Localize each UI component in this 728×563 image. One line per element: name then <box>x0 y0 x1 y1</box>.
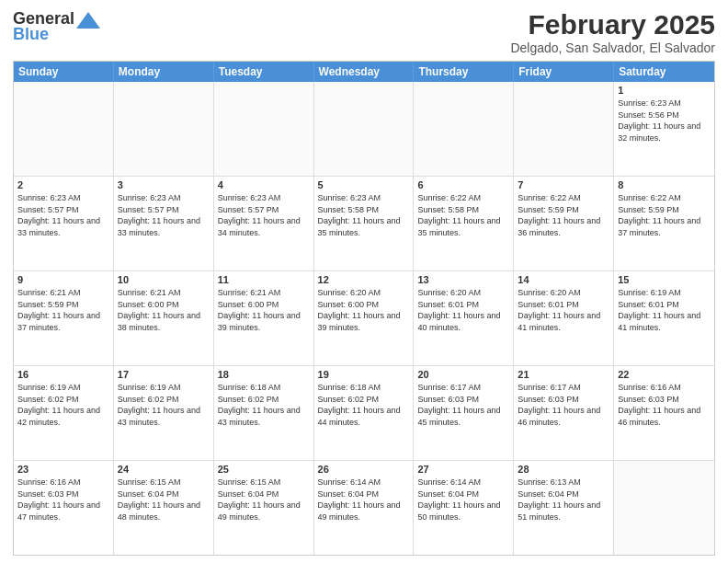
day-number: 7 <box>518 179 609 190</box>
header-tuesday: Tuesday <box>214 62 314 82</box>
day-number: 9 <box>17 274 109 285</box>
calendar-cell-w3-d6: 14Sunrise: 6:20 AM Sunset: 6:01 PM Dayli… <box>514 271 614 365</box>
calendar-cell-w1-d3 <box>214 82 314 176</box>
day-info: Sunrise: 6:19 AM Sunset: 6:02 PM Dayligh… <box>118 382 210 428</box>
calendar-cell-w2-d3: 4Sunrise: 6:23 AM Sunset: 5:57 PM Daylig… <box>214 177 314 270</box>
day-number: 26 <box>318 464 410 475</box>
day-number: 17 <box>118 369 210 380</box>
svg-marker-0 <box>76 12 100 29</box>
calendar-cell-w2-d7: 8Sunrise: 6:22 AM Sunset: 5:59 PM Daylig… <box>614 177 714 270</box>
day-number: 23 <box>17 464 109 475</box>
calendar-cell-w5-d4: 26Sunrise: 6:14 AM Sunset: 6:04 PM Dayli… <box>314 461 415 555</box>
day-info: Sunrise: 6:14 AM Sunset: 6:04 PM Dayligh… <box>417 477 509 523</box>
day-number: 12 <box>318 274 410 285</box>
calendar-week-4: 16Sunrise: 6:19 AM Sunset: 6:02 PM Dayli… <box>14 366 714 461</box>
calendar-cell-w1-d5 <box>414 82 514 176</box>
day-info: Sunrise: 6:22 AM Sunset: 5:59 PM Dayligh… <box>618 192 711 238</box>
day-info: Sunrise: 6:21 AM Sunset: 6:00 PM Dayligh… <box>218 287 310 333</box>
calendar-cell-w2-d1: 2Sunrise: 6:23 AM Sunset: 5:57 PM Daylig… <box>14 177 114 270</box>
day-number: 25 <box>218 464 310 475</box>
day-info: Sunrise: 6:23 AM Sunset: 5:57 PM Dayligh… <box>218 192 310 238</box>
day-number: 16 <box>17 369 109 380</box>
calendar-cell-w4-d6: 21Sunrise: 6:17 AM Sunset: 6:03 PM Dayli… <box>514 366 614 460</box>
day-number: 3 <box>118 179 210 190</box>
page-container: General Blue February 2025 Delgado, San … <box>0 0 728 563</box>
calendar-cell-w2-d6: 7Sunrise: 6:22 AM Sunset: 5:59 PM Daylig… <box>514 177 614 270</box>
day-number: 10 <box>118 274 210 285</box>
calendar-cell-w1-d4 <box>314 82 415 176</box>
day-info: Sunrise: 6:22 AM Sunset: 5:59 PM Dayligh… <box>518 192 609 238</box>
day-number: 21 <box>518 369 609 380</box>
calendar-cell-w5-d5: 27Sunrise: 6:14 AM Sunset: 6:04 PM Dayli… <box>414 461 514 555</box>
day-number: 27 <box>417 464 509 475</box>
header-thursday: Thursday <box>414 62 514 82</box>
calendar-cell-w3-d7: 15Sunrise: 6:19 AM Sunset: 6:01 PM Dayli… <box>614 271 714 365</box>
day-info: Sunrise: 6:20 AM Sunset: 6:01 PM Dayligh… <box>518 287 609 333</box>
calendar-header-row: Sunday Monday Tuesday Wednesday Thursday… <box>14 62 714 82</box>
calendar-cell-w5-d1: 23Sunrise: 6:16 AM Sunset: 6:03 PM Dayli… <box>14 461 114 555</box>
day-info: Sunrise: 6:13 AM Sunset: 6:04 PM Dayligh… <box>518 477 609 523</box>
logo: General Blue <box>13 9 100 44</box>
calendar-week-5: 23Sunrise: 6:16 AM Sunset: 6:03 PM Dayli… <box>14 461 714 555</box>
calendar-cell-w4-d1: 16Sunrise: 6:19 AM Sunset: 6:02 PM Dayli… <box>14 366 114 460</box>
calendar-cell-w4-d7: 22Sunrise: 6:16 AM Sunset: 6:03 PM Dayli… <box>614 366 714 460</box>
calendar-cell-w4-d4: 19Sunrise: 6:18 AM Sunset: 6:02 PM Dayli… <box>314 366 415 460</box>
day-info: Sunrise: 6:17 AM Sunset: 6:03 PM Dayligh… <box>518 382 609 428</box>
calendar-cell-w5-d2: 24Sunrise: 6:15 AM Sunset: 6:04 PM Dayli… <box>114 461 214 555</box>
header-sunday: Sunday <box>14 62 114 82</box>
logo-icon <box>76 12 100 29</box>
day-info: Sunrise: 6:20 AM Sunset: 6:01 PM Dayligh… <box>417 287 509 333</box>
day-number: 28 <box>518 464 609 475</box>
day-info: Sunrise: 6:22 AM Sunset: 5:58 PM Dayligh… <box>417 192 509 238</box>
page-header: General Blue February 2025 Delgado, San … <box>13 9 715 55</box>
title-block: February 2025 Delgado, San Salvador, El … <box>510 9 715 55</box>
calendar-cell-w3-d5: 13Sunrise: 6:20 AM Sunset: 6:01 PM Dayli… <box>414 271 514 365</box>
day-info: Sunrise: 6:15 AM Sunset: 6:04 PM Dayligh… <box>118 477 210 523</box>
day-info: Sunrise: 6:16 AM Sunset: 6:03 PM Dayligh… <box>17 477 109 523</box>
day-info: Sunrise: 6:17 AM Sunset: 6:03 PM Dayligh… <box>417 382 509 428</box>
calendar-week-1: 1Sunrise: 6:23 AM Sunset: 5:56 PM Daylig… <box>14 82 714 177</box>
day-number: 4 <box>218 179 310 190</box>
calendar-week-3: 9Sunrise: 6:21 AM Sunset: 5:59 PM Daylig… <box>14 271 714 366</box>
calendar-cell-w3-d1: 9Sunrise: 6:21 AM Sunset: 5:59 PM Daylig… <box>14 271 114 365</box>
day-info: Sunrise: 6:15 AM Sunset: 6:04 PM Dayligh… <box>218 477 310 523</box>
day-number: 24 <box>118 464 210 475</box>
day-info: Sunrise: 6:18 AM Sunset: 6:02 PM Dayligh… <box>218 382 310 428</box>
day-number: 6 <box>417 179 509 190</box>
day-number: 13 <box>417 274 509 285</box>
day-info: Sunrise: 6:23 AM Sunset: 5:57 PM Dayligh… <box>17 192 109 238</box>
header-friday: Friday <box>514 62 614 82</box>
calendar-cell-w3-d2: 10Sunrise: 6:21 AM Sunset: 6:00 PM Dayli… <box>114 271 214 365</box>
calendar-subtitle: Delgado, San Salvador, El Salvador <box>510 40 715 55</box>
day-info: Sunrise: 6:23 AM Sunset: 5:56 PM Dayligh… <box>618 98 711 144</box>
day-info: Sunrise: 6:23 AM Sunset: 5:57 PM Dayligh… <box>118 192 210 238</box>
calendar: Sunday Monday Tuesday Wednesday Thursday… <box>13 61 715 556</box>
calendar-cell-w1-d2 <box>114 82 214 176</box>
calendar-cell-w1-d7: 1Sunrise: 6:23 AM Sunset: 5:56 PM Daylig… <box>614 82 714 176</box>
logo-blue-text: Blue <box>13 25 49 43</box>
header-saturday: Saturday <box>614 62 714 82</box>
day-info: Sunrise: 6:23 AM Sunset: 5:58 PM Dayligh… <box>318 192 410 238</box>
day-info: Sunrise: 6:14 AM Sunset: 6:04 PM Dayligh… <box>318 477 410 523</box>
calendar-cell-w4-d3: 18Sunrise: 6:18 AM Sunset: 6:02 PM Dayli… <box>214 366 314 460</box>
day-info: Sunrise: 6:19 AM Sunset: 6:01 PM Dayligh… <box>618 287 711 333</box>
calendar-cell-w1-d1 <box>14 82 114 176</box>
calendar-title: February 2025 <box>510 9 715 40</box>
day-number: 11 <box>218 274 310 285</box>
day-number: 18 <box>218 369 310 380</box>
calendar-cell-w2-d5: 6Sunrise: 6:22 AM Sunset: 5:58 PM Daylig… <box>414 177 514 270</box>
day-info: Sunrise: 6:16 AM Sunset: 6:03 PM Dayligh… <box>618 382 711 428</box>
calendar-cell-w1-d6 <box>514 82 614 176</box>
day-number: 1 <box>618 85 711 96</box>
day-number: 22 <box>618 369 711 380</box>
day-number: 19 <box>318 369 410 380</box>
calendar-cell-w5-d7 <box>614 461 714 555</box>
calendar-cell-w4-d5: 20Sunrise: 6:17 AM Sunset: 6:03 PM Dayli… <box>414 366 514 460</box>
calendar-cell-w5-d6: 28Sunrise: 6:13 AM Sunset: 6:04 PM Dayli… <box>514 461 614 555</box>
day-info: Sunrise: 6:20 AM Sunset: 6:00 PM Dayligh… <box>318 287 410 333</box>
header-monday: Monday <box>114 62 214 82</box>
calendar-cell-w2-d2: 3Sunrise: 6:23 AM Sunset: 5:57 PM Daylig… <box>114 177 214 270</box>
day-number: 8 <box>618 179 711 190</box>
header-wednesday: Wednesday <box>314 62 415 82</box>
day-info: Sunrise: 6:21 AM Sunset: 6:00 PM Dayligh… <box>118 287 210 333</box>
